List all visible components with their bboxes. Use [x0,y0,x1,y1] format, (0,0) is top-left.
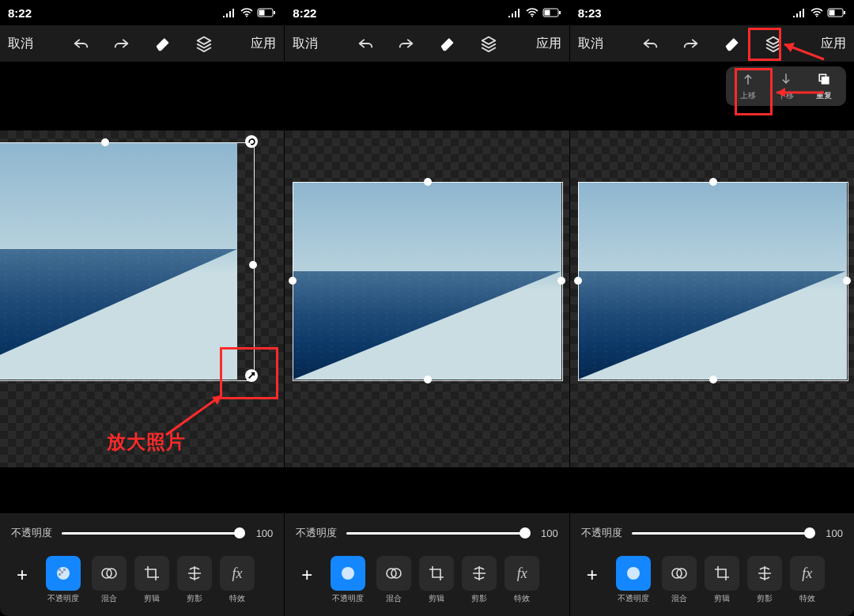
handle-top-mid[interactable] [101,138,109,146]
svg-point-13 [342,567,354,580]
redo-icon[interactable] [682,35,700,52]
svg-point-16 [816,16,818,17]
eraser-icon[interactable] [724,35,741,52]
cancel-button[interactable]: 取消 [8,36,33,52]
signal-icon [222,8,236,17]
wifi-icon [240,8,253,17]
selection-box[interactable] [0,142,255,381]
edit-canvas[interactable] [570,130,854,467]
wifi-icon [811,8,823,17]
tool-row: + 不透明度 混合 剪辑 剪影 fx特效 [6,553,278,616]
status-indicators [508,8,561,17]
tool-shadow[interactable]: 剪影 [176,556,214,604]
screen-1: 8:22 取消 应用 放大照片 不透明度 [0,0,284,616]
bottom-panel: 不透明度 100 + 不透明度 混合 剪辑 剪影 fx特效 [570,513,854,616]
opacity-slider[interactable]: 不透明度 100 [291,513,562,553]
svg-marker-25 [777,88,785,97]
apply-button[interactable]: 应用 [251,36,276,52]
undo-icon[interactable] [641,35,659,52]
battery-icon [542,8,561,17]
tool-blend[interactable]: 混合 [90,556,128,604]
slider-thumb[interactable] [234,527,245,539]
opacity-slider[interactable]: 不透明度 100 [6,513,278,553]
handle-bottom-mid[interactable] [709,376,717,384]
tool-crop[interactable]: 剪辑 [418,556,455,604]
handle-right-mid[interactable] [249,261,257,269]
top-toolbar: 取消 应用 [0,25,284,62]
selection-box[interactable] [293,182,563,381]
edit-canvas[interactable]: 放大照片 [0,130,284,467]
screen-2: 8:22 取消 应用 不透明度 100 [284,0,569,616]
annotation-box-layers [748,28,781,61]
tool-fx[interactable]: fx特效 [218,556,256,604]
tool-crop[interactable]: 剪辑 [133,556,171,604]
selection-box[interactable] [578,182,848,381]
eraser-icon[interactable] [154,35,172,52]
signal-icon [508,8,522,17]
status-time: 8:22 [293,6,316,20]
status-bar: 8:22 [0,0,284,24]
tool-opacity[interactable]: 不透明度 [326,556,370,604]
rotate-handle-tr[interactable] [245,135,258,148]
signal-icon [792,8,807,17]
tool-fx[interactable]: fx特效 [503,556,541,604]
svg-rect-18 [829,10,834,16]
annotation-box-duplicate [735,68,773,115]
annotation-label-enlarge: 放大照片 [107,429,186,455]
tool-row: + 不透明度 混合 剪辑 剪影 fx特效 [576,553,848,616]
top-toolbar: 取消 应用 [285,25,569,62]
slider-label: 不透明度 [11,526,52,540]
svg-rect-3 [274,11,275,14]
add-button[interactable]: + [578,556,606,594]
wifi-icon [526,8,538,17]
svg-rect-19 [844,11,845,14]
status-bar: 8:22 [285,0,569,24]
status-indicators [792,8,846,17]
slider-track[interactable] [62,532,240,535]
apply-button[interactable]: 应用 [536,36,561,52]
cancel-button[interactable]: 取消 [293,36,318,52]
handle-right-mid[interactable] [843,277,851,285]
battery-icon [257,8,276,17]
add-button[interactable]: + [293,556,321,594]
eraser-icon[interactable] [439,35,456,52]
tool-opacity[interactable]: 不透明度 [41,556,85,604]
opacity-slider[interactable]: 不透明度 100 [576,513,848,553]
status-time: 8:22 [8,6,32,20]
tool-blend[interactable]: 混合 [375,556,413,604]
slider-value: 100 [249,527,273,539]
redo-icon[interactable] [398,35,415,52]
undo-icon[interactable] [357,35,374,52]
bottom-panel: 不透明度 100 + 不透明度 混合 剪辑 剪影 fx特效 [0,513,284,616]
handle-left-mid[interactable] [574,277,582,285]
status-indicators [222,8,276,17]
svg-point-26 [627,567,640,580]
edit-canvas[interactable] [285,130,569,467]
slider-label: 不透明度 [581,526,622,540]
svg-rect-12 [559,11,561,14]
slider-track[interactable] [346,532,524,535]
undo-icon[interactable] [72,35,89,52]
tool-blend[interactable]: 混合 [660,556,698,604]
status-time: 8:23 [578,6,602,20]
cancel-button[interactable]: 取消 [578,36,603,52]
layers-icon[interactable] [195,35,213,52]
layers-icon[interactable] [480,35,497,52]
slider-thumb[interactable] [804,527,815,539]
svg-rect-11 [544,10,550,16]
handle-top-mid[interactable] [709,178,717,186]
tool-opacity[interactable]: 不透明度 [611,556,656,604]
slider-thumb[interactable] [520,527,531,539]
status-bar: 8:23 [570,0,854,24]
redo-icon[interactable] [113,35,130,52]
svg-point-0 [246,16,248,17]
tool-fx[interactable]: fx特效 [788,556,826,604]
add-button[interactable]: + [8,556,36,594]
screen-3: 8:23 取消 应用 上移 下移 重复 [569,0,854,616]
tool-shadow[interactable]: 剪影 [746,556,784,604]
slider-value: 100 [535,527,558,539]
tool-shadow[interactable]: 剪影 [460,556,498,604]
battery-icon [827,8,846,17]
slider-track[interactable] [632,532,810,535]
tool-crop[interactable]: 剪辑 [703,556,741,604]
